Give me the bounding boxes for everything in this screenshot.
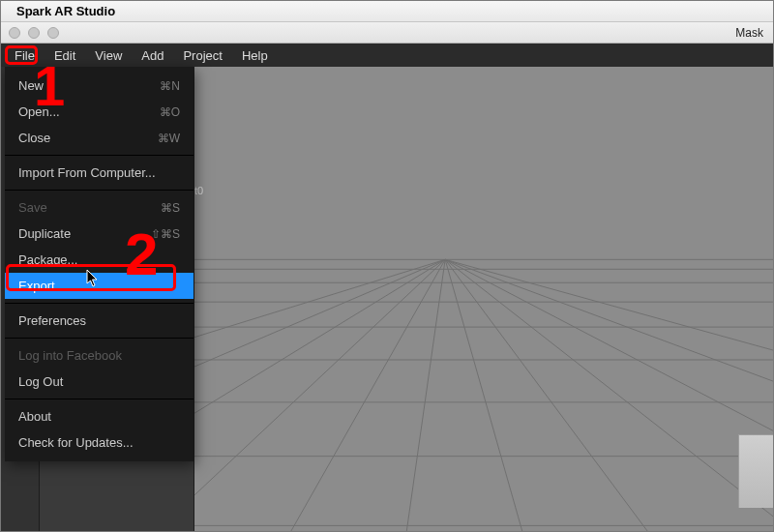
menu-item-new[interactable]: New ⌘N — [5, 73, 194, 99]
mac-menu-bar: Spark AR Studio — [1, 1, 773, 22]
menu-item-about[interactable]: About — [5, 403, 194, 429]
svg-rect-0 — [194, 67, 773, 531]
menu-item-shortcut: ⌘O — [160, 105, 180, 119]
menu-item-label: Import From Computer... — [18, 165, 156, 180]
menu-item-label: Check for Updates... — [18, 435, 134, 450]
menu-item-label: Package... — [18, 252, 77, 267]
menu-view[interactable]: View — [85, 45, 132, 66]
menu-separator — [5, 338, 194, 339]
menu-edit[interactable]: Edit — [45, 45, 85, 66]
menu-item-shortcut: ⌘N — [160, 79, 180, 93]
menu-separator — [5, 155, 194, 156]
menu-item-label: Log into Facebook — [18, 348, 122, 363]
menu-item-label: New — [18, 78, 44, 93]
window-minimize-icon[interactable] — [28, 27, 40, 39]
menu-item-import[interactable]: Import From Computer... — [5, 160, 194, 186]
menu-add[interactable]: Add — [132, 45, 173, 66]
menu-item-label: Close — [18, 131, 50, 145]
menu-item-login-facebook: Log into Facebook — [5, 342, 194, 369]
viewport-3d[interactable] — [194, 67, 773, 532]
menu-item-preferences[interactable]: Preferences — [5, 308, 194, 334]
app-menu-bar: File Edit View Add Project Help — [1, 44, 773, 67]
window-titlebar: Mask — [1, 22, 773, 44]
menu-item-label: Export... — [18, 279, 65, 293]
document-title: Mask — [735, 26, 763, 40]
app-name: Spark AR Studio — [16, 4, 115, 18]
file-menu-dropdown: New ⌘N Open... ⌘O Close ⌘W Import From C… — [5, 67, 194, 461]
grid-floor-icon — [194, 67, 773, 531]
menu-item-close[interactable]: Close ⌘W — [5, 125, 194, 151]
menu-item-logout[interactable]: Log Out — [5, 369, 194, 395]
menu-item-shortcut: ⌘S — [161, 201, 180, 215]
menu-item-shortcut: ⇧⌘S — [151, 227, 180, 241]
menu-item-package[interactable]: Package... — [5, 247, 194, 273]
viewport-object-cube — [738, 434, 773, 508]
window-close-icon[interactable] — [9, 27, 20, 39]
window-zoom-icon[interactable] — [47, 27, 59, 39]
menu-project[interactable]: Project — [173, 45, 231, 66]
menu-separator — [5, 399, 194, 399]
menu-file[interactable]: File — [5, 45, 45, 66]
menu-item-label: About — [18, 409, 51, 424]
menu-separator — [5, 190, 194, 191]
menu-item-label: Save — [18, 200, 47, 215]
menu-item-label: Log Out — [18, 374, 63, 389]
menu-item-label: Duplicate — [18, 226, 71, 241]
menu-item-label: Preferences — [18, 313, 86, 328]
menu-item-export[interactable]: Export... — [5, 273, 194, 299]
menu-item-check-updates[interactable]: Check for Updates... — [5, 429, 194, 456]
menu-item-open[interactable]: Open... ⌘O — [5, 99, 194, 125]
menu-separator — [5, 303, 194, 304]
menu-help[interactable]: Help — [232, 45, 278, 66]
menu-item-label: Open... — [18, 104, 60, 119]
menu-item-save: Save ⌘S — [5, 194, 194, 221]
menu-item-duplicate[interactable]: Duplicate ⇧⌘S — [5, 221, 194, 247]
menu-item-shortcut: ⌘W — [158, 132, 180, 145]
